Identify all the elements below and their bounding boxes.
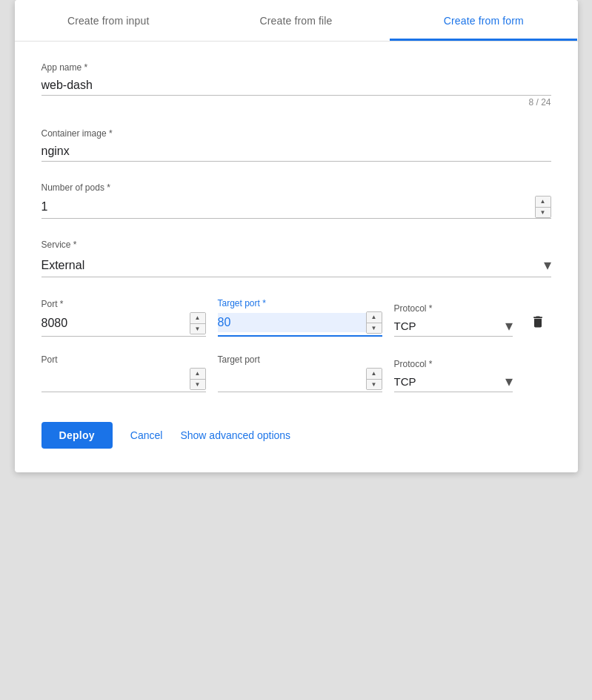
tab-create-from-input[interactable]: Create from input — [15, 0, 202, 41]
port-row-1: Port * ▲ ▼ Target port * ▲ ▼ — [41, 298, 551, 337]
port-2-input-wrap: ▲ ▼ — [41, 368, 206, 392]
target-port-1-col: Target port * ▲ ▼ — [218, 298, 382, 337]
target-port1-spinner-up-icon[interactable]: ▲ — [367, 312, 382, 323]
port2-spinner-down-icon[interactable]: ▼ — [190, 379, 205, 389]
port2-spinner-up-icon[interactable]: ▲ — [190, 369, 205, 379]
protocol-2-dropdown-icon: ▾ — [505, 372, 513, 390]
port1-spinner-down-icon[interactable]: ▼ — [190, 323, 205, 334]
app-name-input[interactable] — [41, 76, 551, 95]
protocol-1-dropdown-icon: ▾ — [505, 317, 513, 334]
container-image-input[interactable] — [41, 142, 551, 161]
app-name-counter: 8 / 24 — [41, 97, 551, 108]
target-port1-spinner-down-icon[interactable]: ▼ — [367, 323, 382, 333]
service-dropdown-icon: ▾ — [544, 256, 551, 274]
app-name-field: App name * 8 / 24 — [41, 62, 551, 108]
port-1-col: Port * ▲ ▼ — [41, 299, 206, 337]
target-port-2-spinner[interactable]: ▲ ▼ — [366, 368, 382, 390]
target-port-1-input-wrap: ▲ ▼ — [218, 311, 382, 337]
tab-create-from-form[interactable]: Create from form — [390, 0, 577, 41]
num-pods-label: Number of pods * — [41, 182, 551, 193]
app-name-input-wrap — [41, 76, 551, 96]
trash-icon — [531, 314, 545, 329]
show-advanced-button[interactable]: Show advanced options — [180, 429, 290, 441]
port-2-col: Port ▲ ▼ — [41, 354, 206, 392]
tab-bar: Create from input Create from file Creat… — [15, 0, 578, 42]
port-1-label: Port * — [41, 299, 206, 309]
port-1-spinner[interactable]: ▲ ▼ — [190, 312, 206, 334]
action-bar: Deploy Cancel Show advanced options — [41, 416, 551, 449]
spinner-up-icon[interactable]: ▲ — [536, 197, 551, 207]
target-port-2-col: Target port ▲ ▼ — [218, 354, 382, 392]
protocol-1-select-wrap[interactable]: TCP UDP ▾ — [394, 317, 513, 337]
num-pods-spinner[interactable]: ▲ ▼ — [535, 196, 551, 218]
cancel-button[interactable]: Cancel — [130, 429, 163, 441]
port-2-spinner[interactable]: ▲ ▼ — [190, 368, 206, 390]
delete-port-1-button[interactable] — [525, 308, 551, 335]
target-port-1-input[interactable] — [218, 313, 366, 332]
port-2-input[interactable] — [41, 369, 190, 389]
protocol-2-select[interactable]: TCP UDP — [394, 375, 505, 388]
port-1-input[interactable] — [41, 314, 190, 333]
port-row-2: Port ▲ ▼ Target port ▲ ▼ — [41, 354, 551, 392]
service-label: Service * — [41, 240, 551, 250]
spinner-down-icon[interactable]: ▼ — [536, 207, 551, 217]
dialog: Create from input Create from file Creat… — [15, 0, 578, 472]
port-1-input-wrap: ▲ ▼ — [41, 312, 206, 337]
target-port-1-spinner[interactable]: ▲ ▼ — [366, 311, 382, 334]
protocol-1-label: Protocol * — [394, 303, 513, 314]
service-field: Service * None ClusterIP NodePort Extern… — [41, 240, 551, 277]
service-select[interactable]: None ClusterIP NodePort External LoadBal… — [41, 259, 544, 271]
protocol-1-select[interactable]: TCP UDP — [394, 320, 505, 332]
target-port-2-input-wrap: ▲ ▼ — [218, 368, 382, 392]
port1-spinner-up-icon[interactable]: ▲ — [190, 313, 205, 323]
port-2-label: Port — [41, 354, 206, 365]
target-port-2-input[interactable] — [218, 369, 366, 389]
service-select-wrap[interactable]: None ClusterIP NodePort External LoadBal… — [41, 253, 551, 277]
num-pods-field: Number of pods * ▲ ▼ — [41, 182, 551, 219]
target-port2-spinner-up-icon[interactable]: ▲ — [367, 369, 382, 379]
target-port-1-label: Target port * — [218, 298, 382, 308]
num-pods-input-wrap: ▲ ▼ — [41, 196, 551, 219]
protocol-2-select-wrap[interactable]: TCP UDP ▾ — [394, 372, 513, 392]
container-image-input-wrap — [41, 142, 551, 162]
deploy-button[interactable]: Deploy — [41, 422, 113, 449]
protocol-2-label: Protocol * — [394, 359, 513, 369]
form-content: App name * 8 / 24 Container image * Numb… — [15, 42, 578, 472]
container-image-label: Container image * — [41, 128, 551, 139]
protocol-2-col: Protocol * TCP UDP ▾ — [394, 359, 513, 392]
num-pods-input[interactable] — [41, 197, 535, 217]
app-name-label: App name * — [41, 62, 551, 73]
target-port-2-label: Target port — [218, 354, 382, 365]
tab-create-from-file[interactable]: Create from file — [202, 0, 390, 41]
target-port2-spinner-down-icon[interactable]: ▼ — [367, 379, 382, 389]
container-image-field: Container image * — [41, 128, 551, 162]
protocol-1-col: Protocol * TCP UDP ▾ — [394, 303, 513, 337]
